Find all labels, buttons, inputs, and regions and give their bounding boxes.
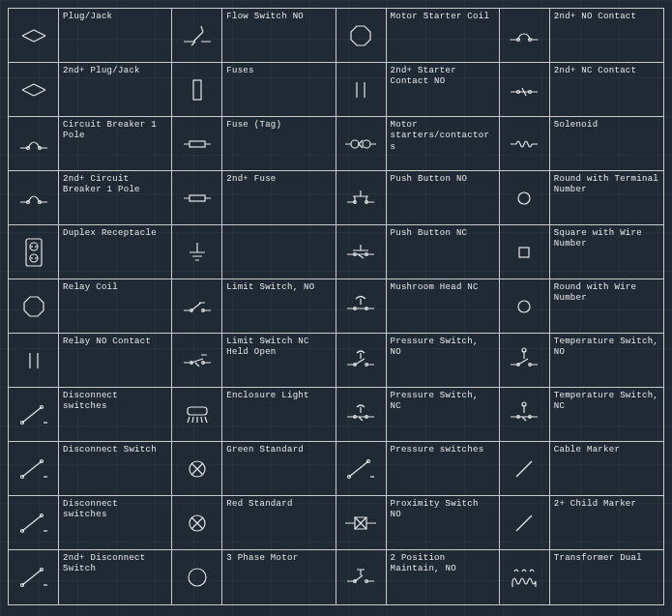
plug-icon [9, 63, 59, 116]
symbol-label: Green Standard [222, 442, 335, 495]
circle-icon [500, 279, 550, 333]
fuse-rect-icon [172, 63, 222, 116]
symbol-label: 2nd+ NO Contact [550, 9, 663, 62]
symbol-cell[interactable]: Pressure Switch, NC [336, 388, 500, 442]
pressure-nc-icon [336, 388, 387, 441]
symbol-cell[interactable]: Disconnect switches [9, 496, 172, 550]
symbol-cell[interactable]: Motor starters/contactors [336, 117, 500, 171]
symbol-cell[interactable]: Push Button NO [336, 171, 500, 225]
symbol-label: 2nd+ NC Contact [550, 63, 663, 116]
symbol-cell[interactable]: Relay NO Contact [9, 334, 172, 388]
symbol-cell[interactable]: 2nd+ NC Contact [500, 63, 663, 117]
symbol-cell[interactable]: Disconnect Switch [9, 442, 172, 496]
symbol-cell[interactable]: 2 Position Maintain, NO [336, 550, 500, 604]
limit-no-icon [172, 279, 222, 333]
symbol-label: Enclosure Light [222, 388, 335, 441]
symbol-cell[interactable]: Plug/Jack [9, 9, 172, 63]
symbol-cell[interactable]: 2nd+ Fuse [172, 171, 336, 225]
symbol-cell[interactable]: Push Button NC [336, 225, 500, 279]
symbol-label: 2nd+ Plug/Jack [59, 63, 171, 116]
symbol-label: Disconnect switches [59, 496, 171, 549]
temp-nc-icon [500, 388, 550, 441]
symbol-label: Duplex Receptacle [59, 225, 171, 279]
symbol-cell[interactable]: Fuses [172, 63, 336, 117]
symbol-label: 2 Position Maintain, NO [387, 550, 499, 604]
symbol-cell[interactable]: 2nd+ Plug/Jack [9, 63, 172, 117]
symbol-cell[interactable]: Cable Marker [500, 442, 663, 496]
square-icon [500, 225, 550, 279]
symbol-label: Limit Switch, NO [222, 279, 335, 333]
symbol-label [222, 225, 335, 279]
symbol-cell[interactable]: Limit Switch, NO [172, 279, 336, 334]
symbol-label: Square with Wire Number [550, 225, 663, 279]
symbol-cell[interactable]: Pressure switches [336, 442, 500, 496]
symbol-label: Fuse (Tag) [222, 117, 335, 170]
symbol-cell[interactable]: Round with Terminal Number [500, 171, 663, 225]
symbol-label: 2nd+ Fuse [222, 171, 335, 224]
symbol-cell[interactable]: Fuse (Tag) [172, 117, 336, 171]
mushroom-nc-icon [336, 279, 387, 333]
coil-octagon-icon [9, 279, 59, 333]
symbol-cell[interactable]: Motor Starter Coil [336, 9, 500, 63]
symbol-cell[interactable]: Solenoid [500, 117, 663, 171]
pushbutton-nc-icon [336, 225, 387, 279]
symbol-cell[interactable]: Red Standard [172, 496, 336, 550]
symbol-cell[interactable]: Mushroom Head NC [336, 279, 500, 334]
symbol-label: Pressure Switch, NC [387, 388, 499, 441]
symbol-label: Circuit Breaker 1 Pole [59, 117, 171, 170]
symbol-cell[interactable]: Proximity Switch NO [336, 496, 500, 550]
symbol-cell[interactable]: Disconnect switches [9, 388, 172, 442]
symbol-label: Relay Coil [59, 279, 171, 333]
symbol-cell[interactable]: Enclosure Light [172, 388, 336, 442]
symbol-cell[interactable]: Round with Wire Number [500, 279, 663, 334]
pushbutton-no-icon [336, 171, 387, 224]
ground-icon [172, 225, 222, 279]
lamp-icon [172, 442, 222, 495]
symbol-label: 3 Phase Motor [222, 550, 335, 604]
symbol-label: Cable Marker [550, 442, 663, 495]
duplex-icon [9, 225, 59, 279]
symbol-cell[interactable]: Green Standard [172, 442, 336, 496]
symbol-cell[interactable]: 2nd+ NO Contact [500, 9, 663, 63]
symbol-cell[interactable]: Circuit Breaker 1 Pole [9, 117, 172, 171]
symbol-cell[interactable]: Transformer Dual [500, 550, 663, 604]
symbol-cell[interactable]: Square with Wire Number [500, 225, 663, 279]
symbol-cell[interactable]: Flow Switch NO [172, 9, 336, 63]
starter-contactor-icon [336, 117, 387, 170]
breaker-icon [9, 171, 59, 224]
symbol-label: Motor starters/contactors [387, 117, 499, 170]
symbol-cell[interactable] [172, 225, 336, 279]
disconnect-icon [9, 442, 59, 495]
symbol-label: Temperature Switch, NC [550, 388, 663, 441]
symbol-cell[interactable]: 3 Phase Motor [172, 550, 336, 604]
disconnect-icon [9, 496, 59, 549]
symbol-cell[interactable]: Temperature Switch, NC [500, 388, 663, 442]
disconnect-icon [336, 442, 387, 495]
symbol-label: 2nd+ Circuit Breaker 1 Pole [59, 171, 171, 224]
marker-icon [500, 496, 550, 549]
contact-parallel-icon [336, 63, 387, 116]
proximity-icon [336, 496, 387, 549]
symbol-cell[interactable]: 2+ Child Marker [500, 496, 663, 550]
marker-icon [500, 442, 550, 495]
lamp-icon [172, 496, 222, 549]
temp-no-icon [500, 334, 550, 387]
symbol-label: Proximity Switch NO [387, 496, 499, 549]
symbol-label: Push Button NO [387, 171, 499, 224]
symbol-label: Round with Wire Number [550, 279, 663, 333]
symbol-cell[interactable]: Temperature Switch, NO [500, 334, 663, 388]
selector-2pos-icon [336, 550, 387, 604]
symbol-cell[interactable]: Pressure Switch, NO [336, 334, 500, 388]
symbol-cell[interactable]: 2nd+ Starter Contact NO [336, 63, 500, 117]
fuse-bar-icon [172, 171, 222, 224]
symbol-label: Round with Terminal Number [550, 171, 663, 224]
symbol-cell[interactable]: Duplex Receptacle [9, 225, 172, 279]
symbol-label: Motor Starter Coil [387, 9, 499, 62]
symbol-cell[interactable]: Limit Switch NC Held Open [172, 334, 336, 388]
symbol-cell[interactable]: 2nd+ Disconnect Switch [9, 550, 172, 604]
symbol-cell[interactable]: Relay Coil [9, 279, 172, 334]
symbol-cell[interactable]: 2nd+ Circuit Breaker 1 Pole [9, 171, 172, 225]
symbol-label: 2nd+ Starter Contact NO [387, 63, 499, 116]
symbol-label: Transformer Dual [550, 550, 663, 604]
disconnect-icon [9, 388, 59, 441]
